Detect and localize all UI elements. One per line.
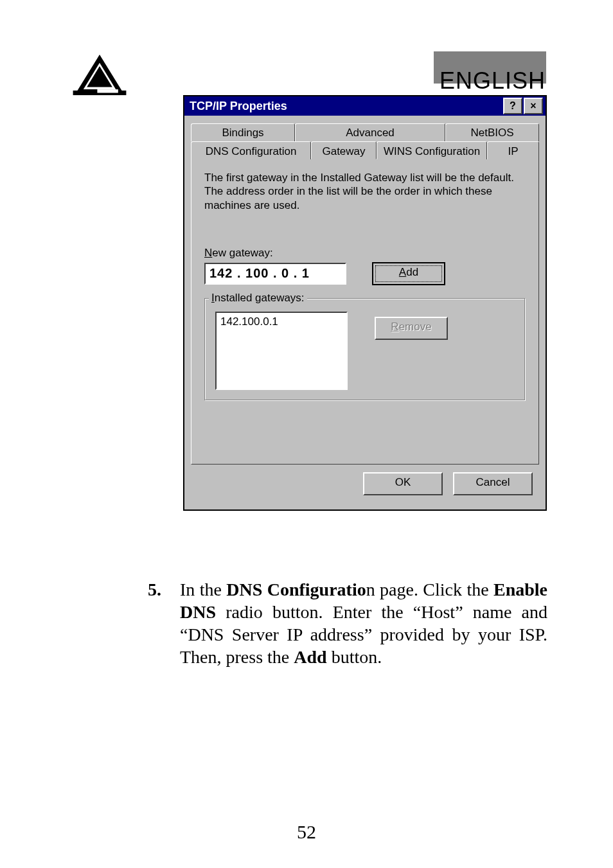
installed-gateways-group: Installed gateways: 142.100.0.1 Remove xyxy=(204,298,526,401)
dialog-titlebar: TCP/IP Properties ? × xyxy=(184,96,546,116)
tab-wins-configuration[interactable]: WINS Configuration xyxy=(377,141,487,159)
svg-rect-4 xyxy=(97,89,118,93)
installed-gateways-list[interactable]: 142.100.0.1 xyxy=(215,312,348,390)
list-item[interactable]: 142.100.0.1 xyxy=(220,315,342,328)
tab-netbios[interactable]: NetBIOS xyxy=(445,123,539,141)
tab-row-upper: Bindings Advanced NetBIOS xyxy=(191,123,539,141)
cancel-button[interactable]: Cancel xyxy=(453,472,533,495)
tab-dns-configuration[interactable]: DNS Configuration xyxy=(191,141,311,159)
language-label: ENGLISH xyxy=(440,67,546,94)
tab-advanced[interactable]: Advanced xyxy=(295,123,445,141)
gateway-info-text: The first gateway in the Installed Gatew… xyxy=(204,171,526,212)
new-gateway-input[interactable]: 142 . 100 . 0 . 1 xyxy=(204,263,346,285)
step-number: 5. xyxy=(148,578,161,601)
help-button[interactable]: ? xyxy=(503,98,522,114)
page-number: 52 xyxy=(0,821,613,843)
dialog-footer: OK Cancel xyxy=(191,465,539,503)
instruction-step-5: 5. In the DNS Configuration page. Click … xyxy=(149,578,547,668)
new-gateway-label: New gateway: xyxy=(204,247,526,260)
gateway-tab-panel: The first gateway in the Installed Gatew… xyxy=(191,159,539,465)
brand-logo-icon xyxy=(71,51,129,100)
tab-ip-address[interactable]: IP Address xyxy=(487,141,539,159)
installed-gateways-label: Installed gateways: xyxy=(209,292,307,305)
tcpip-properties-dialog: TCP/IP Properties ? × Bindings Advanced … xyxy=(183,95,547,511)
tab-row-lower: DNS Configuration Gateway WINS Configura… xyxy=(191,141,539,159)
tab-bindings[interactable]: Bindings xyxy=(191,123,295,141)
add-button[interactable]: Add xyxy=(372,262,445,285)
ok-button[interactable]: OK xyxy=(363,472,443,495)
dialog-title: TCP/IP Properties xyxy=(190,100,287,113)
tab-gateway[interactable]: Gateway xyxy=(311,141,377,159)
remove-button: Remove xyxy=(375,317,448,340)
close-button[interactable]: × xyxy=(524,98,543,114)
